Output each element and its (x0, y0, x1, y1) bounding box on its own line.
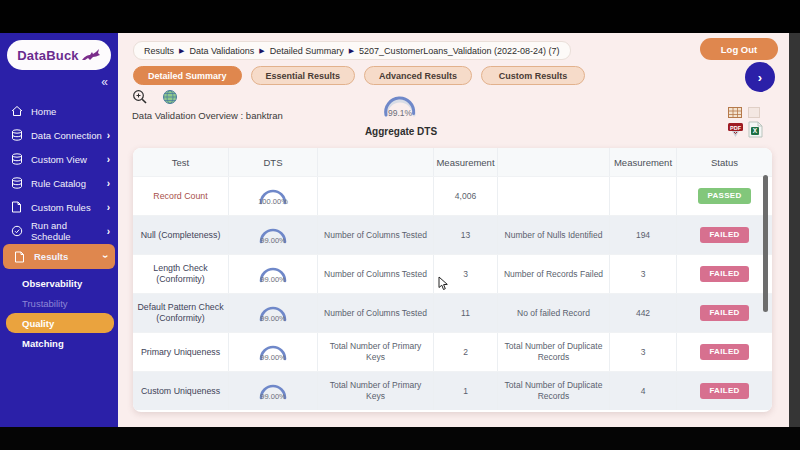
table-row[interactable]: Custom Uniqueness 99.00% Total Number of… (133, 371, 772, 410)
breadcrumb-separator-icon: ▶ (259, 47, 264, 55)
sidebar-item-label: Custom View (31, 154, 87, 165)
sidebar-item-label: Rule Catalog (31, 178, 86, 189)
table-row[interactable]: Length Check (Conformity) 99.00% Number … (133, 254, 772, 293)
sidebar-subitem-label: Trustability (22, 298, 68, 309)
grid-view-icon[interactable] (728, 107, 742, 118)
database-icon (10, 129, 23, 142)
dts-value: 99.00% (260, 275, 285, 284)
results-table-card: Test DTS Measurement Measurement Status … (133, 148, 772, 412)
table-row[interactable]: Record Count 100.00% 4,006 PASSED (133, 176, 772, 215)
sidebar-subnav: Observability Trustability Quality Match… (0, 273, 118, 353)
measurement-1-label: Number of Columns Tested (318, 294, 434, 332)
sidebar-item-data-connection[interactable]: Data Connection › (0, 123, 118, 147)
table-header: Test DTS Measurement Measurement Status (133, 148, 772, 176)
measurement-2-value: 4 (610, 372, 677, 410)
table-row[interactable]: Default Pattern Check (Conformity) 99.00… (133, 293, 772, 332)
measurement-2-label: Number of Nulls Identified (498, 216, 610, 254)
column-header-dts: DTS (229, 148, 318, 176)
chevron-right-icon: › (107, 130, 110, 141)
test-name: Length Check (Conformity) (133, 255, 229, 293)
sidebar-item-observability[interactable]: Observability (0, 273, 118, 293)
database-icon (10, 153, 23, 166)
export-icons: PDF X (727, 121, 763, 138)
chevron-right-icon: › (758, 70, 762, 85)
list-view-icon[interactable] (748, 107, 760, 118)
dts-gauge: 99.00% (229, 294, 318, 332)
sidebar-item-label: Home (31, 106, 56, 117)
sidebar-item-matching[interactable]: Matching (0, 333, 118, 353)
chevron-right-icon: › (107, 154, 110, 165)
sidebar-collapse-icon[interactable]: « (101, 75, 108, 89)
column-header-blank (318, 148, 434, 176)
svg-text:X: X (753, 127, 758, 134)
test-name: Record Count (133, 177, 229, 215)
breadcrumb-item[interactable]: Detailed Summary (270, 46, 344, 56)
measurement-1-value: 4,006 (434, 177, 498, 215)
logout-button[interactable]: Log Out (700, 38, 778, 60)
status-cell: FAILED (677, 372, 772, 410)
status-badge: FAILED (700, 266, 748, 282)
sidebar-item-label: Data Connection (31, 130, 102, 141)
tab-custom-results[interactable]: Custom Results (481, 66, 585, 85)
export-pdf-icon[interactable]: PDF (727, 121, 744, 138)
screen: DataBuck « Home Data Connection › (0, 0, 800, 450)
measurement-2-label: No of failed Record (498, 294, 610, 332)
dts-value: 99.00% (260, 236, 285, 245)
measurement-1-label: Total Number of Primary Keys (318, 333, 434, 371)
dts-value: 99.00% (260, 392, 285, 401)
sidebar-item-custom-view[interactable]: Custom View › (0, 147, 118, 171)
measurement-2-value (610, 177, 677, 215)
sidebar-item-results[interactable]: Results › (3, 244, 115, 269)
dts-value: 99.00% (260, 353, 285, 362)
measurement-2-label (498, 177, 610, 215)
zoom-in-icon[interactable] (132, 89, 148, 105)
breadcrumb-item[interactable]: 5207_CustomerLoans_Validation (2022-08-2… (359, 46, 559, 56)
sidebar-item-custom-rules[interactable]: Custom Rules › (0, 195, 118, 219)
mouse-cursor (438, 276, 449, 291)
sidebar-subitem-label: Matching (22, 338, 64, 349)
toolbar-icons (132, 89, 178, 105)
table-scrollbar[interactable] (763, 175, 768, 312)
letterbox-bottom (0, 427, 800, 450)
measurement-1-value: 1 (434, 372, 498, 410)
report-icon (13, 250, 26, 263)
sidebar: DataBuck « Home Data Connection › (0, 33, 118, 427)
sidebar-subitem-label: Quality (22, 318, 54, 329)
breadcrumb-separator-icon: ▶ (349, 47, 354, 55)
logo[interactable]: DataBuck (7, 40, 111, 70)
sidebar-item-trustability[interactable]: Trustability (0, 293, 118, 313)
sidebar-item-quality[interactable]: Quality (6, 313, 114, 333)
tab-advanced-results[interactable]: Advanced Results (364, 66, 472, 85)
column-header-test: Test (133, 148, 229, 176)
table-row[interactable]: Primary Uniqueness 99.00% Total Number o… (133, 332, 772, 371)
dts-gauge: 99.00% (229, 255, 318, 293)
sidebar-item-home[interactable]: Home (0, 99, 118, 123)
aggregate-gauge-label: Aggregate DTS (356, 126, 446, 137)
test-name: Null (Completeness) (133, 216, 229, 254)
measurement-2-value: 442 (610, 294, 677, 332)
column-header-measurement-1: Measurement (434, 148, 498, 176)
home-icon (10, 105, 23, 118)
sidebar-item-label: Run and Schedule (31, 220, 107, 242)
logo-text: DataBuck (17, 48, 79, 63)
letterbox-top (0, 0, 800, 33)
column-header-measurement-2: Measurement (610, 148, 677, 176)
dts-gauge: 99.00% (229, 216, 318, 254)
breadcrumb-item[interactable]: Data Validations (189, 46, 254, 56)
sidebar-item-run-and-schedule[interactable]: Run and Schedule › (0, 219, 118, 243)
dts-gauge: 99.00% (229, 372, 318, 410)
table-row[interactable]: Null (Completeness) 99.00% Number of Col… (133, 215, 772, 254)
tab-detailed-summary[interactable]: Detailed Summary (133, 66, 242, 85)
measurement-2-label: Total Number of Duplicate Records (498, 333, 610, 371)
chevron-right-icon: › (107, 202, 110, 213)
globe-icon[interactable] (162, 89, 178, 105)
breadcrumb-item[interactable]: Results (144, 46, 174, 56)
measurement-2-value: 3 (610, 255, 677, 293)
test-name: Default Pattern Check (Conformity) (133, 294, 229, 332)
chevron-right-icon: › (107, 226, 110, 237)
sidebar-item-rule-catalog[interactable]: Rule Catalog › (0, 171, 118, 195)
next-page-button[interactable]: › (745, 62, 775, 92)
export-excel-icon[interactable]: X (748, 121, 763, 138)
tab-essential-results[interactable]: Essential Results (251, 66, 356, 85)
svg-text:PDF: PDF (730, 125, 742, 131)
